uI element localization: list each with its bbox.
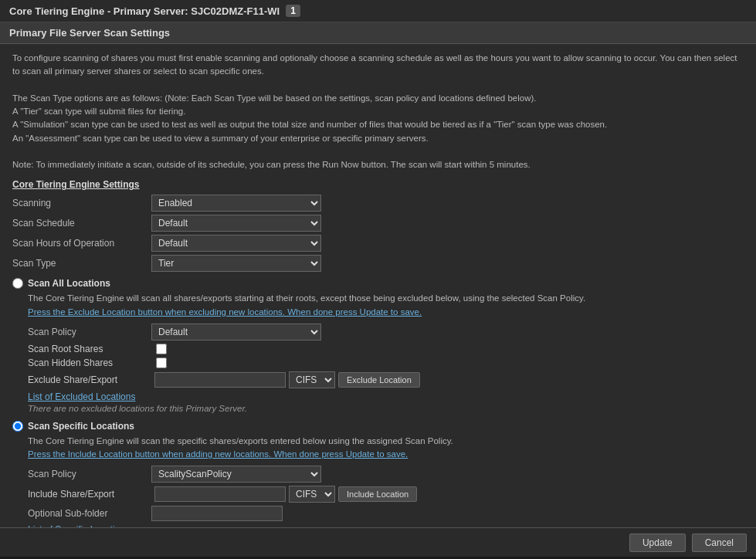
scanning-label: Scanning bbox=[12, 198, 151, 208]
optional-subfolder-label: Optional Sub-folder bbox=[28, 508, 151, 519]
scan-schedule-row: Scan Schedule Default bbox=[12, 215, 744, 232]
scan-specific-label: Scan Specific Locations bbox=[28, 421, 134, 432]
exclude-row: Exclude Share/Export CIFS NFS Exclude Lo… bbox=[28, 371, 744, 388]
scan-all-label: Scan All Locations bbox=[28, 278, 110, 289]
section-title: Core Tiering Engine Settings bbox=[12, 179, 744, 190]
main-panel: Primary File Server Scan Settings To con… bbox=[0, 22, 756, 527]
footer-bar: Update Cancel bbox=[0, 527, 756, 557]
scan-root-shares-row: Scan Root Shares bbox=[28, 344, 744, 354]
desc-line1: To configure scanning of shares you must… bbox=[12, 52, 744, 79]
desc-line4: A "Simulation" scan type can be used to … bbox=[12, 118, 744, 131]
scan-specific-radio[interactable] bbox=[12, 421, 23, 432]
excluded-locations-link[interactable]: List of Excluded Locations bbox=[28, 391, 135, 402]
specific-scan-policy-label: Scan Policy bbox=[28, 469, 151, 479]
exclude-label: Exclude Share/Export bbox=[28, 374, 151, 385]
scan-hours-row: Scan Hours of Operation Default bbox=[12, 235, 744, 252]
scanning-select[interactable]: Enabled Disabled bbox=[151, 195, 321, 212]
scan-schedule-select[interactable]: Default bbox=[151, 215, 321, 232]
specific-link[interactable]: Press the Include Location button when a… bbox=[28, 449, 408, 459]
scan-type-label: Scan Type bbox=[12, 258, 151, 269]
exclude-location-button[interactable]: Exclude Location bbox=[338, 372, 420, 388]
specific-locations-desc: The Core Tiering Engine will scan the sp… bbox=[28, 435, 744, 462]
include-label: Include Share/Export bbox=[28, 489, 151, 500]
scan-hours-label: Scan Hours of Operation bbox=[12, 238, 151, 249]
scan-hidden-shares-row: Scan Hidden Shares bbox=[28, 357, 744, 368]
scan-schedule-label: Scan Schedule bbox=[12, 218, 151, 229]
scan-type-select[interactable]: Tier Simulation Assessment bbox=[151, 255, 321, 272]
desc-line6: Note: To immediately initiate a scan, ou… bbox=[12, 158, 744, 171]
update-button[interactable]: Update bbox=[629, 534, 686, 552]
scan-root-shares-label: Scan Root Shares bbox=[28, 344, 151, 354]
specific-locations-link[interactable]: List of Specific Locations bbox=[28, 524, 130, 527]
scan-hidden-shares-label: Scan Hidden Shares bbox=[28, 357, 151, 368]
specific-scan-policy-row: Scan Policy ScalityScanPolicy bbox=[28, 466, 744, 483]
exclude-protocol-select[interactable]: CIFS NFS bbox=[289, 371, 335, 388]
scan-all-desc-text: The Core Tiering Engine will scan all sh… bbox=[28, 293, 585, 303]
scan-all-radio[interactable] bbox=[12, 278, 23, 289]
desc-line5: An "Assessment" scan type can be used to… bbox=[12, 132, 744, 145]
exclude-input[interactable] bbox=[154, 372, 286, 388]
desc-line3: A "Tier" scan type will submit files for… bbox=[12, 105, 744, 118]
include-location-button[interactable]: Include Location bbox=[338, 486, 417, 502]
specific-desc-text: The Core Tiering Engine will scan the sp… bbox=[28, 436, 453, 446]
desc-line2: The Scan Type options are as follows: (N… bbox=[12, 92, 744, 105]
description-block: To configure scanning of shares you must… bbox=[12, 52, 744, 171]
title-bar: Core Tiering Engine - Primary Server: SJ… bbox=[0, 0, 756, 22]
include-input[interactable] bbox=[154, 486, 286, 502]
panel-body: To configure scanning of shares you must… bbox=[0, 44, 756, 527]
title-badge: 1 bbox=[286, 5, 300, 17]
include-row: Include Share/Export CIFS NFS Include Lo… bbox=[28, 486, 744, 503]
scan-hours-select[interactable]: Default bbox=[151, 235, 321, 252]
panel-header: Primary File Server Scan Settings bbox=[0, 22, 756, 44]
include-protocol-select[interactable]: CIFS NFS bbox=[289, 486, 335, 503]
optional-subfolder-input[interactable]: 100mb bbox=[151, 506, 283, 521]
optional-subfolder-row: Optional Sub-folder 100mb bbox=[28, 506, 744, 521]
scan-all-radio-row: Scan All Locations bbox=[12, 278, 744, 289]
scanning-row: Scanning Enabled Disabled bbox=[12, 195, 744, 212]
scan-root-shares-checkbox[interactable] bbox=[156, 344, 167, 354]
all-scan-policy-select[interactable]: Default bbox=[151, 324, 321, 340]
scan-all-link[interactable]: Press the Exclude Location button when e… bbox=[28, 307, 422, 317]
title-text: Core Tiering Engine - Primary Server: SJ… bbox=[9, 5, 280, 17]
all-scan-policy-row: Scan Policy Default bbox=[28, 324, 744, 340]
no-excluded-text: There are no excluded locations for this… bbox=[28, 404, 744, 413]
scan-type-row: Scan Type Tier Simulation Assessment bbox=[12, 255, 744, 272]
scan-specific-radio-row: Scan Specific Locations bbox=[12, 421, 744, 432]
scan-all-desc: The Core Tiering Engine will scan all sh… bbox=[28, 292, 744, 319]
scan-hidden-shares-checkbox[interactable] bbox=[156, 357, 167, 368]
cancel-button[interactable]: Cancel bbox=[692, 534, 747, 552]
excluded-locations-link-section: List of Excluded Locations bbox=[28, 391, 744, 402]
specific-scan-policy-select[interactable]: ScalityScanPolicy bbox=[151, 466, 321, 483]
all-scan-policy-label: Scan Policy bbox=[28, 327, 151, 337]
